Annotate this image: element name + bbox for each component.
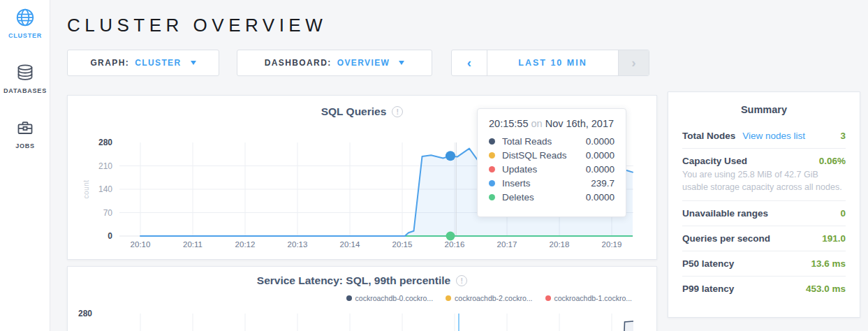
x-tick-label: 20:11 — [183, 240, 203, 249]
main-content: CLUSTER OVERVIEW GRAPH: CLUSTER DASHBOAR… — [50, 0, 868, 331]
hover-point-marker — [446, 232, 455, 241]
sidebar-item-databases[interactable]: DATABASES — [0, 62, 50, 94]
x-tick-label: 20:19 — [602, 240, 622, 249]
series-dot-icon — [489, 180, 495, 186]
sidebar-item-cluster[interactable]: CLUSTER — [0, 7, 50, 39]
y-tick-label: 280 — [98, 138, 112, 147]
sidebar-item-label: JOBS — [0, 142, 50, 149]
graph-dropdown-value: CLUSTER — [135, 58, 181, 68]
x-tick-label: 20:18 — [550, 240, 570, 249]
summary-row-total-nodes: Total Nodes View nodes list 3 — [682, 124, 846, 149]
p50-latency-value: 13.6 ms — [811, 258, 846, 269]
x-tick-label: 20:14 — [340, 240, 360, 249]
tooltip-row: Inserts 239.7 — [489, 176, 615, 190]
capacity-caption: You are using 25.8 MiB of 42.7 GiB usabl… — [682, 168, 846, 193]
briefcase-icon — [15, 117, 36, 138]
tooltip-row: Updates 0.0000 — [489, 162, 615, 176]
sidebar: CLUSTER DATABASES JOBS — [0, 0, 50, 331]
summary-row-p50: P50 latency 13.6 ms — [682, 251, 846, 277]
sidebar-item-jobs[interactable]: JOBS — [0, 117, 50, 149]
series-dot-icon — [489, 194, 495, 200]
series-dot-icon — [489, 166, 495, 172]
x-tick-label: 20:10 — [131, 240, 151, 249]
summary-row-unavailable-ranges: Unavailable ranges 0 — [682, 201, 846, 226]
unavailable-ranges-value: 0 — [840, 208, 846, 219]
y-tick-label: 210 — [98, 161, 112, 171]
globe-icon — [15, 7, 36, 28]
tooltip-row: Deletes 0.0000 — [489, 190, 615, 204]
y-tick-label: 0 — [108, 231, 112, 241]
service-latency-chart[interactable]: 280 — [68, 267, 658, 331]
summary-row-qps: Queries per second 191.0 — [682, 226, 846, 251]
gridlines — [140, 314, 612, 331]
x-tick-label: 20:17 — [497, 240, 517, 249]
chevron-down-icon — [191, 61, 196, 65]
total-nodes-value: 3 — [840, 131, 846, 141]
series-dot-icon — [489, 138, 495, 145]
summary-title: Summary — [668, 92, 860, 124]
time-window-selector: ‹ LAST 10 MIN › — [451, 50, 649, 76]
dashboard-dropdown[interactable]: DASHBOARD: OVERVIEW — [237, 50, 432, 76]
tooltip-row: Total Reads 0.0000 — [489, 134, 615, 148]
y-tick-label: 280 — [78, 309, 92, 318]
y-tick-label: 70 — [103, 208, 113, 218]
time-window-next-button[interactable]: › — [618, 50, 649, 75]
database-icon — [15, 62, 36, 83]
graph-dropdown[interactable]: GRAPH: CLUSTER — [67, 50, 219, 76]
service-latency-panel: Service Latency: SQL, 99th percentile co… — [67, 266, 657, 331]
summary-panel: Summary Total Nodes View nodes list 3 Ca… — [668, 91, 860, 318]
dashboard-dropdown-value: OVERVIEW — [337, 58, 390, 68]
x-tick-label: 20:12 — [235, 240, 256, 249]
controls-row: GRAPH: CLUSTER DASHBOARD: OVERVIEW ‹ LAS… — [67, 50, 649, 76]
x-tick-label: 20:13 — [288, 240, 308, 249]
qps-value: 191.0 — [822, 233, 846, 244]
graph-dropdown-label: GRAPH: — [90, 58, 129, 68]
view-nodes-list-link[interactable]: View nodes list — [742, 131, 805, 141]
x-tick-label: 20:16 — [445, 240, 465, 249]
tooltip-timestamp: 20:15:55 on Nov 16th, 2017 — [489, 118, 615, 129]
dashboard-dropdown-label: DASHBOARD: — [265, 58, 332, 68]
series-area-partial — [625, 321, 634, 331]
time-window-label[interactable]: LAST 10 MIN — [487, 50, 618, 75]
time-window-prev-button[interactable]: ‹ — [452, 50, 487, 75]
tooltip-row: DistSQL Reads 0.0000 — [489, 148, 615, 162]
hover-point-marker — [446, 151, 455, 161]
chevron-down-icon — [399, 61, 404, 65]
capacity-used-value: 0.06% — [819, 156, 846, 166]
p99-latency-value: 453.0 ms — [806, 284, 846, 294]
y-tick-label: 140 — [98, 184, 112, 194]
series-dot-icon — [489, 152, 495, 159]
sidebar-item-label: CLUSTER — [0, 32, 50, 39]
page-title: CLUSTER OVERVIEW — [67, 15, 327, 36]
sidebar-item-label: DATABASES — [0, 87, 50, 94]
summary-row-capacity: Capacity Used 0.06% You are using 25.8 M… — [682, 149, 846, 201]
summary-row-p99: P99 latency 453.0 ms — [682, 277, 846, 301]
chart-hover-tooltip: 20:15:55 on Nov 16th, 2017 Total Reads 0… — [477, 108, 626, 217]
x-tick-label: 20:15 — [392, 240, 413, 249]
y-axis-unit-label: count — [82, 180, 90, 199]
